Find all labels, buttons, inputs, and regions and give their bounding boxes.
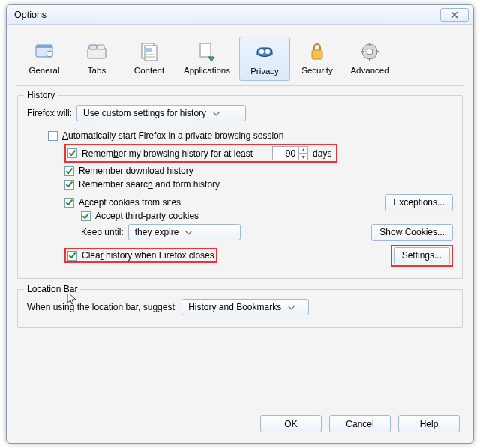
show-cookies-button[interactable]: Show Cookies... — [371, 224, 453, 241]
tab-security[interactable]: Security — [292, 37, 343, 81]
firefox-will-dropdown[interactable]: Use custom settings for history — [76, 105, 246, 121]
content-area: General Tabs Content Applications — [7, 25, 473, 337]
dialog-footer: OK Cancel Help — [260, 415, 460, 432]
titlebar: Options — [7, 5, 473, 25]
firefox-will-row: Firefox will: Use custom settings for hi… — [27, 105, 453, 121]
spinner-up[interactable]: ▲ — [299, 147, 308, 154]
history-group: History Firefox will: Use custom setting… — [17, 95, 463, 279]
svg-rect-15 — [312, 50, 322, 59]
svg-rect-1 — [36, 45, 52, 48]
chevron-down-icon — [185, 228, 193, 235]
remember-browsing-label: Remember my browsing history for at leas… — [82, 148, 253, 159]
remember-browsing-checkbox[interactable] — [68, 148, 77, 158]
accept-cookies-label: Accept cookies from sites — [79, 197, 181, 208]
accept-cookies-checkbox[interactable] — [64, 198, 74, 208]
accept-thirdparty-checkbox[interactable] — [81, 211, 91, 221]
svg-marker-12 — [208, 57, 214, 61]
help-button[interactable]: Help — [398, 415, 460, 432]
security-icon — [305, 40, 329, 64]
keep-until-label: Keep until: — [81, 227, 124, 237]
days-spinner[interactable]: ▲▼ — [272, 146, 308, 160]
advanced-icon — [358, 40, 382, 64]
close-icon — [451, 11, 458, 19]
settings-button[interactable]: Settings... — [394, 247, 450, 264]
highlight-settings-btn: Settings... — [391, 245, 453, 267]
tab-content[interactable]: Content — [124, 37, 175, 81]
tab-advanced[interactable]: Advanced — [344, 37, 395, 81]
tab-privacy[interactable]: Privacy — [239, 37, 290, 81]
auto-private-label: Automatically start Firefox in a private… — [62, 130, 284, 141]
tab-general[interactable]: General — [19, 37, 70, 81]
remember-download-label: Remember download history — [79, 166, 194, 176]
svg-point-2 — [46, 51, 52, 57]
remember-search-label: Remember search and form history — [79, 179, 220, 190]
days-input[interactable] — [273, 148, 298, 159]
applications-icon — [195, 40, 219, 64]
svg-point-13 — [260, 49, 264, 54]
svg-point-14 — [266, 49, 270, 54]
chevron-down-icon — [288, 303, 296, 310]
locationbar-group: Location Bar When using the location bar… — [17, 289, 463, 328]
privacy-icon — [253, 40, 277, 64]
clear-on-close-label: Clear history when Firefox closes — [82, 250, 214, 261]
remember-browsing-row: Remember my browsing history for at leas… — [27, 144, 453, 163]
svg-point-17 — [367, 49, 373, 55]
chevron-down-icon — [213, 109, 220, 116]
svg-rect-11 — [200, 43, 211, 57]
category-toolbar: General Tabs Content Applications — [17, 32, 463, 86]
exceptions-button[interactable]: Exceptions... — [385, 194, 453, 211]
svg-rect-4 — [89, 45, 97, 49]
highlight-remember-browsing: Remember my browsing history for at leas… — [64, 144, 338, 163]
remember-search-checkbox[interactable] — [64, 180, 74, 190]
spinner-down[interactable]: ▼ — [299, 154, 308, 160]
accept-thirdparty-label: Accept third-party cookies — [95, 211, 199, 221]
svg-rect-5 — [97, 45, 104, 49]
auto-private-row: Automatically start Firefox in a private… — [27, 130, 453, 141]
options-window: Options General Tabs Con — [6, 4, 474, 444]
keep-until-dropdown[interactable]: they expire — [128, 224, 241, 240]
general-icon — [32, 40, 56, 64]
window-title: Options — [14, 10, 437, 20]
svg-rect-8 — [146, 48, 152, 52]
highlight-clear-on-close: Clear history when Firefox closes — [64, 248, 218, 263]
suggest-dropdown[interactable]: History and Bookmarks — [182, 299, 309, 315]
ok-button[interactable]: OK — [260, 415, 322, 432]
days-unit: days — [313, 148, 332, 159]
tab-applications[interactable]: Applications — [176, 37, 238, 81]
tabs-icon — [85, 40, 109, 64]
cancel-button[interactable]: Cancel — [329, 415, 391, 432]
tab-tabs[interactable]: Tabs — [71, 37, 122, 81]
auto-private-checkbox[interactable] — [48, 131, 58, 141]
firefox-will-label: Firefox will: — [27, 108, 72, 118]
locationbar-legend: Location Bar — [24, 284, 80, 294]
history-legend: History — [24, 90, 58, 100]
suggest-label: When using the location bar, suggest: — [27, 302, 177, 312]
content-icon — [137, 40, 161, 64]
close-button[interactable] — [440, 8, 469, 22]
clear-on-close-checkbox[interactable] — [68, 251, 77, 261]
remember-download-checkbox[interactable] — [64, 166, 74, 176]
